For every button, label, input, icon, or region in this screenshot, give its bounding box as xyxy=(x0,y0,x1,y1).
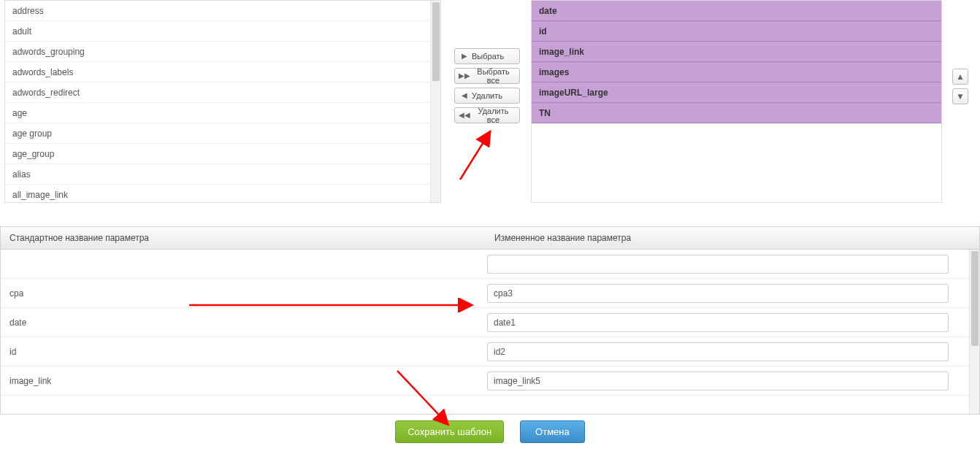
play-left-icon: ◀ xyxy=(459,92,470,99)
remove-all-button-label: Удалить все xyxy=(472,107,515,124)
available-item[interactable]: age group xyxy=(5,123,432,144)
available-item[interactable]: alias xyxy=(5,164,432,185)
changed-name-input[interactable] xyxy=(487,342,949,361)
transfer-buttons: ▶ Выбрать ▶▶ Выбрать все ◀ Удалить ◀◀ Уд… xyxy=(441,0,527,204)
table-row: date xyxy=(1,308,969,337)
select-button[interactable]: ▶ Выбрать xyxy=(454,48,520,64)
footer-actions: Сохранить шаблон Отмена xyxy=(0,415,980,446)
selected-item[interactable]: date xyxy=(532,1,941,21)
header-changed: Измененное название параметра xyxy=(486,227,979,249)
standard-name-cell: image_link xyxy=(1,376,486,386)
selected-item[interactable]: TN xyxy=(532,103,941,123)
rename-table-scrollbar[interactable] xyxy=(969,250,979,414)
changed-name-input[interactable] xyxy=(487,284,949,303)
table-row xyxy=(1,250,969,279)
available-item[interactable]: adult xyxy=(5,21,432,42)
table-row: id xyxy=(1,337,969,366)
rename-table: Стандартное название параметра Измененно… xyxy=(0,226,980,415)
changed-name-input[interactable] xyxy=(487,372,949,390)
selected-item[interactable]: imageURL_large xyxy=(532,82,941,103)
available-params-panel: addressadultadwords_groupingadwords_labe… xyxy=(4,0,441,203)
cancel-button[interactable]: Отмена xyxy=(520,420,585,443)
move-down-button[interactable]: ▼ xyxy=(952,88,968,104)
selected-item[interactable]: id xyxy=(532,21,941,42)
double-right-icon: ▶▶ xyxy=(459,72,470,80)
available-item[interactable]: adwords_redirect xyxy=(5,82,432,103)
select-button-label: Выбрать xyxy=(472,52,504,61)
changed-name-input[interactable] xyxy=(487,255,949,274)
available-item[interactable]: adwords_labels xyxy=(5,62,432,82)
table-row: image_link xyxy=(1,366,969,396)
chevron-up-icon: ▲ xyxy=(956,72,965,82)
available-item[interactable]: adwords_grouping xyxy=(5,42,432,62)
play-right-icon: ▶ xyxy=(459,53,470,60)
available-item[interactable]: all_image_link xyxy=(5,185,432,202)
changed-name-input[interactable] xyxy=(487,313,949,332)
available-item[interactable]: address xyxy=(5,1,432,21)
chevron-down-icon: ▼ xyxy=(956,91,965,101)
rename-table-header: Стандартное название параметра Измененно… xyxy=(1,227,979,250)
selected-params-panel: dateidimage_linkimagesimageURL_largeTN xyxy=(531,0,942,203)
save-template-button[interactable]: Сохранить шаблон xyxy=(395,420,504,443)
standard-name-cell: date xyxy=(1,318,486,328)
standard-name-cell: cpa xyxy=(1,288,486,299)
standard-name-cell: id xyxy=(1,347,486,357)
reorder-buttons: ▲ ▼ xyxy=(949,0,971,108)
move-up-button[interactable]: ▲ xyxy=(952,69,968,85)
available-item[interactable]: age_group xyxy=(5,144,432,164)
select-all-button-label: Выбрать все xyxy=(472,67,515,85)
select-all-button[interactable]: ▶▶ Выбрать все xyxy=(454,68,520,84)
remove-all-button[interactable]: ◀◀ Удалить все xyxy=(454,107,520,123)
available-item[interactable]: age xyxy=(5,103,432,123)
remove-button[interactable]: ◀ Удалить xyxy=(454,88,520,104)
header-standard: Стандартное название параметра xyxy=(1,227,486,249)
selected-item[interactable]: images xyxy=(532,62,941,82)
available-list-scrollbar[interactable] xyxy=(430,1,440,202)
remove-button-label: Удалить xyxy=(472,91,502,100)
double-left-icon: ◀◀ xyxy=(459,112,470,119)
table-row: cpa xyxy=(1,279,969,308)
selected-item[interactable]: image_link xyxy=(532,42,941,62)
